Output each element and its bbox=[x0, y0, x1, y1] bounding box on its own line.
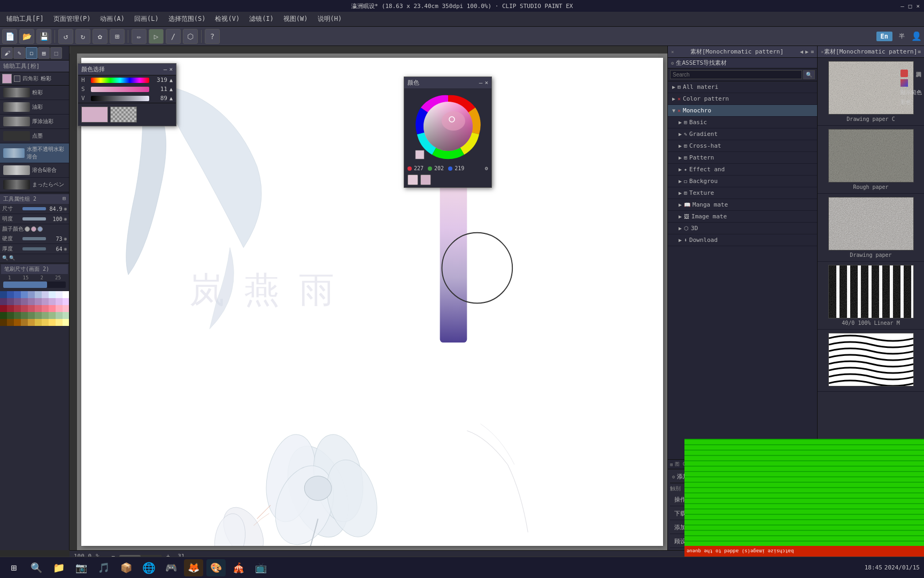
cat-gradient[interactable]: ▶ ✎ Gradient bbox=[668, 128, 817, 140]
palette-cell[interactable] bbox=[42, 319, 49, 326]
brush-item-ink-dot[interactable]: 点墨 bbox=[0, 129, 69, 143]
palette-cell[interactable] bbox=[21, 305, 28, 312]
tool-icon-eraser[interactable]: ◻ bbox=[26, 47, 37, 59]
pen-btn[interactable]: ✏ bbox=[132, 29, 147, 44]
new-btn[interactable]: 📄 bbox=[2, 29, 17, 44]
palette-cell[interactable] bbox=[56, 319, 63, 326]
palette-cell[interactable] bbox=[14, 312, 21, 319]
hue-slider[interactable] bbox=[91, 78, 149, 83]
close-btn[interactable]: × bbox=[916, 3, 920, 10]
cat-download[interactable]: ▶ ⬇ Download bbox=[668, 234, 817, 246]
palette-cell[interactable] bbox=[7, 319, 14, 326]
size-slider[interactable] bbox=[22, 207, 46, 210]
menu-view[interactable]: 检视(V) bbox=[211, 13, 244, 25]
palette-cell[interactable] bbox=[14, 319, 21, 326]
palette-cell[interactable] bbox=[35, 312, 42, 319]
h-up-btn[interactable]: ▲ bbox=[170, 77, 173, 83]
palette-cell[interactable] bbox=[63, 305, 70, 312]
search-btn[interactable]: 🔍 bbox=[27, 559, 46, 576]
palette-cell[interactable] bbox=[7, 305, 14, 312]
cp-min-btn[interactable]: — bbox=[164, 66, 167, 73]
extra-btn1[interactable]: 🎪 bbox=[229, 559, 248, 576]
menu-file[interactable]: 辅助工具[F] bbox=[2, 13, 48, 25]
files-btn[interactable]: 📁 bbox=[49, 559, 68, 576]
palette-cell[interactable] bbox=[56, 305, 63, 312]
mat-prev-btn[interactable]: ◀ bbox=[800, 49, 803, 55]
opacity-slider[interactable] bbox=[22, 217, 46, 220]
menu-animation[interactable]: 动画(A) bbox=[96, 13, 129, 25]
palette-cell[interactable] bbox=[49, 312, 56, 319]
palette-cell[interactable] bbox=[14, 305, 21, 312]
crop-btn[interactable]: ⊞ bbox=[110, 29, 125, 44]
hue-wheel[interactable] bbox=[413, 92, 483, 161]
save-btn[interactable]: 💾 bbox=[36, 29, 51, 44]
hw-close-btn[interactable]: × bbox=[484, 79, 488, 86]
v-up-btn[interactable]: ▲ bbox=[170, 95, 173, 101]
zoom-icon2[interactable]: 🔍 bbox=[9, 255, 15, 261]
palette-cell[interactable] bbox=[28, 312, 35, 319]
help-btn[interactable]: ? bbox=[205, 29, 220, 44]
music-btn[interactable]: 🎵 bbox=[94, 559, 113, 576]
packages-btn[interactable]: 📦 bbox=[117, 559, 136, 576]
menu-draw[interactable]: 回画(L) bbox=[130, 13, 163, 25]
palette-cell[interactable] bbox=[14, 291, 21, 298]
palette-cell[interactable] bbox=[21, 291, 28, 298]
maximize-btn[interactable]: □ bbox=[908, 3, 912, 10]
paint-btn[interactable]: 🎨 bbox=[206, 559, 226, 576]
hardness-slider[interactable] bbox=[22, 237, 46, 240]
extra-btn2[interactable]: 📺 bbox=[251, 559, 271, 576]
color-dot-1[interactable] bbox=[25, 226, 30, 232]
palette-cell[interactable] bbox=[49, 305, 56, 312]
thumb-close-btn[interactable]: × bbox=[821, 49, 823, 55]
hw-settings-btn[interactable]: ⚙ bbox=[485, 165, 488, 171]
thumb-rough-paper[interactable]: Rough paper bbox=[818, 126, 924, 194]
undo-btn[interactable]: ↺ bbox=[58, 29, 73, 44]
cat-crosshatch[interactable]: ▶ ⊞ Cross-hat bbox=[668, 140, 817, 152]
thumb-linear[interactable]: 40/0 100% Linear M bbox=[818, 262, 924, 330]
palette-cell[interactable] bbox=[28, 305, 35, 312]
start-btn[interactable]: ⊞ bbox=[4, 559, 24, 576]
palette-cell[interactable] bbox=[28, 298, 35, 305]
palette-cell[interactable] bbox=[0, 298, 7, 305]
halfwidth-toggle[interactable]: 半 bbox=[896, 31, 908, 41]
mat-next-btn[interactable]: ▶ bbox=[805, 49, 808, 55]
tool-icon-select[interactable]: ⬚ bbox=[50, 47, 62, 59]
cat-manga[interactable]: ▶ 📖 Manga mate bbox=[668, 199, 817, 211]
color-dot-3[interactable] bbox=[37, 226, 43, 232]
menu-select[interactable]: 选择范围(S) bbox=[164, 13, 210, 25]
thumb-curves[interactable] bbox=[818, 330, 924, 392]
hw-swatch-2[interactable] bbox=[420, 174, 431, 185]
materials-close-btn[interactable]: × bbox=[671, 49, 674, 55]
mat-menu-btn[interactable]: ≡ bbox=[811, 49, 814, 55]
brush-item-thick-oil[interactable]: 厚涂油彩 bbox=[0, 115, 69, 129]
brush-item-chalk[interactable]: 粉彩 bbox=[0, 86, 69, 100]
palette-cell[interactable] bbox=[7, 312, 14, 319]
palette-cell[interactable] bbox=[56, 312, 63, 319]
palette-cell[interactable] bbox=[0, 291, 7, 298]
tool-icon-fill[interactable]: ▤ bbox=[38, 47, 50, 59]
hw-swatch-1[interactable] bbox=[407, 174, 418, 185]
menu-window[interactable]: 视图(W) bbox=[279, 13, 312, 25]
canvas-area[interactable]: 岚 燕 雨 bbox=[77, 54, 667, 550]
tool-icon-pen[interactable]: ✎ bbox=[13, 47, 25, 59]
palette-cell[interactable] bbox=[35, 298, 42, 305]
palette-cell[interactable] bbox=[21, 319, 28, 326]
hw-min-btn[interactable]: — bbox=[479, 79, 483, 86]
palette-cell[interactable] bbox=[42, 305, 49, 312]
palette-cell[interactable] bbox=[35, 291, 42, 298]
palette-cell[interactable] bbox=[49, 291, 56, 298]
fox-btn[interactable]: 🦊 bbox=[184, 559, 203, 576]
palette-cell[interactable] bbox=[63, 298, 70, 305]
cp-close-btn[interactable]: × bbox=[169, 66, 173, 73]
lang-toggle[interactable]: En bbox=[876, 32, 892, 41]
brush-item-pen[interactable]: まったらペン bbox=[0, 178, 69, 192]
palette-cell[interactable] bbox=[35, 319, 42, 326]
camera-btn[interactable]: 📷 bbox=[72, 559, 91, 576]
cat-color[interactable]: ▶ ✕ Color pattern bbox=[668, 93, 817, 105]
cat-mono[interactable]: ▼ ✕ Monochro bbox=[668, 105, 817, 117]
palette-cell[interactable] bbox=[0, 305, 7, 312]
palette-cell[interactable] bbox=[42, 291, 49, 298]
palette-cell[interactable] bbox=[7, 291, 14, 298]
cat-pattern[interactable]: ▶ ⊞ Pattern bbox=[668, 152, 817, 164]
menu-page[interactable]: 页面管理(P) bbox=[49, 13, 95, 25]
